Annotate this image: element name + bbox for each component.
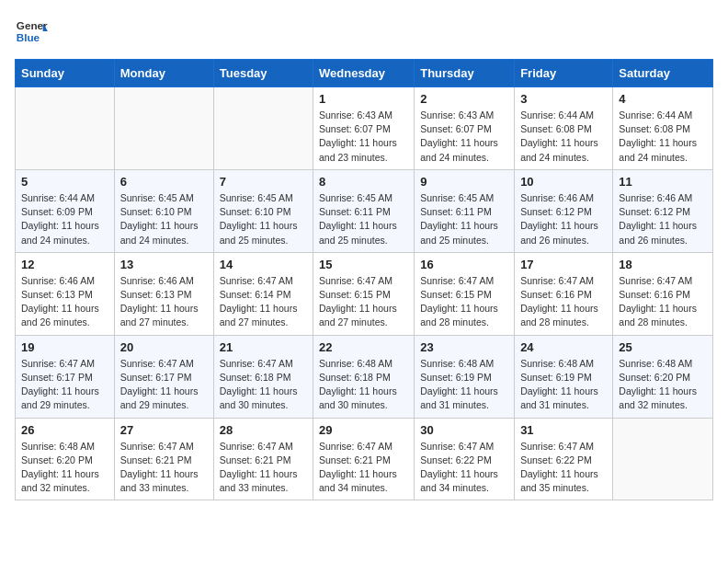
page-header: General Blue: [15, 15, 713, 48]
logo: General Blue: [15, 15, 48, 48]
weekday-header-tuesday: Tuesday: [213, 60, 313, 87]
day-number: 21: [220, 340, 307, 354]
day-number: 31: [520, 423, 607, 437]
calendar-week-2: 5Sunrise: 6:44 AMSunset: 6:09 PMDaylight…: [16, 169, 713, 252]
day-info: Sunrise: 6:44 AMSunset: 6:08 PMDaylight:…: [520, 109, 607, 165]
calendar-cell: 30Sunrise: 6:47 AMSunset: 6:22 PMDayligh…: [415, 418, 515, 500]
day-info: Sunrise: 6:45 AMSunset: 6:10 PMDaylight:…: [120, 191, 208, 247]
day-info: Sunrise: 6:44 AMSunset: 6:08 PMDaylight:…: [619, 109, 707, 165]
day-number: 18: [619, 258, 707, 271]
day-info: Sunrise: 6:46 AMSunset: 6:13 PMDaylight:…: [120, 274, 208, 330]
day-info: Sunrise: 6:47 AMSunset: 6:21 PMDaylight:…: [120, 440, 208, 496]
day-info: Sunrise: 6:45 AMSunset: 6:11 PMDaylight:…: [420, 191, 508, 247]
calendar-cell: 28Sunrise: 6:47 AMSunset: 6:21 PMDayligh…: [213, 418, 313, 500]
day-info: Sunrise: 6:48 AMSunset: 6:19 PMDaylight:…: [420, 357, 508, 413]
weekday-header-wednesday: Wednesday: [313, 60, 415, 87]
day-number: 8: [319, 175, 408, 189]
day-number: 2: [420, 92, 508, 106]
day-info: Sunrise: 6:47 AMSunset: 6:22 PMDaylight:…: [420, 440, 508, 496]
day-info: Sunrise: 6:47 AMSunset: 6:15 PMDaylight:…: [319, 274, 408, 330]
calendar-cell: 1Sunrise: 6:43 AMSunset: 6:07 PMDaylight…: [313, 87, 415, 170]
day-info: Sunrise: 6:46 AMSunset: 6:13 PMDaylight:…: [21, 274, 108, 330]
day-number: 6: [120, 175, 208, 189]
calendar-cell: 21Sunrise: 6:47 AMSunset: 6:18 PMDayligh…: [213, 335, 313, 418]
calendar-cell: 29Sunrise: 6:47 AMSunset: 6:21 PMDayligh…: [313, 418, 415, 500]
day-number: 15: [319, 258, 408, 271]
calendar-cell: 26Sunrise: 6:48 AMSunset: 6:20 PMDayligh…: [16, 418, 115, 500]
calendar-cell: 24Sunrise: 6:48 AMSunset: 6:19 PMDayligh…: [515, 335, 613, 418]
logo-icon: General Blue: [15, 15, 48, 48]
day-number: 13: [120, 258, 208, 271]
day-number: 22: [319, 340, 408, 354]
calendar-cell: 19Sunrise: 6:47 AMSunset: 6:17 PMDayligh…: [16, 335, 115, 418]
day-info: Sunrise: 6:43 AMSunset: 6:07 PMDaylight:…: [420, 109, 508, 165]
calendar-cell: [613, 418, 713, 500]
day-number: 28: [220, 423, 307, 437]
day-number: 25: [619, 340, 707, 354]
day-info: Sunrise: 6:45 AMSunset: 6:11 PMDaylight:…: [319, 191, 408, 247]
day-number: 5: [21, 175, 108, 189]
calendar-cell: 17Sunrise: 6:47 AMSunset: 6:16 PMDayligh…: [515, 252, 613, 335]
day-number: 9: [420, 175, 508, 189]
calendar-week-3: 12Sunrise: 6:46 AMSunset: 6:13 PMDayligh…: [16, 252, 713, 335]
calendar-week-1: 1Sunrise: 6:43 AMSunset: 6:07 PMDaylight…: [16, 87, 713, 170]
calendar-cell: 4Sunrise: 6:44 AMSunset: 6:08 PMDaylight…: [613, 87, 713, 170]
calendar-table: SundayMondayTuesdayWednesdayThursdayFrid…: [15, 59, 713, 500]
day-info: Sunrise: 6:46 AMSunset: 6:12 PMDaylight:…: [520, 191, 607, 247]
day-number: 4: [619, 92, 707, 106]
calendar-cell: 9Sunrise: 6:45 AMSunset: 6:11 PMDaylight…: [415, 169, 515, 252]
calendar-cell: 12Sunrise: 6:46 AMSunset: 6:13 PMDayligh…: [16, 252, 115, 335]
day-info: Sunrise: 6:47 AMSunset: 6:15 PMDaylight:…: [420, 274, 508, 330]
calendar-cell: 3Sunrise: 6:44 AMSunset: 6:08 PMDaylight…: [515, 87, 613, 170]
day-info: Sunrise: 6:47 AMSunset: 6:14 PMDaylight:…: [220, 274, 307, 330]
weekday-header-saturday: Saturday: [613, 60, 713, 87]
day-info: Sunrise: 6:48 AMSunset: 6:20 PMDaylight:…: [619, 357, 707, 413]
weekday-header-monday: Monday: [114, 60, 213, 87]
day-info: Sunrise: 6:47 AMSunset: 6:18 PMDaylight:…: [220, 357, 307, 413]
calendar-cell: 22Sunrise: 6:48 AMSunset: 6:18 PMDayligh…: [313, 335, 415, 418]
calendar-week-4: 19Sunrise: 6:47 AMSunset: 6:17 PMDayligh…: [16, 335, 713, 418]
calendar-cell: 15Sunrise: 6:47 AMSunset: 6:15 PMDayligh…: [313, 252, 415, 335]
day-info: Sunrise: 6:47 AMSunset: 6:17 PMDaylight:…: [21, 357, 108, 413]
calendar-week-5: 26Sunrise: 6:48 AMSunset: 6:20 PMDayligh…: [16, 418, 713, 500]
calendar-cell: 5Sunrise: 6:44 AMSunset: 6:09 PMDaylight…: [16, 169, 115, 252]
calendar-cell: [16, 87, 115, 170]
calendar-cell: 18Sunrise: 6:47 AMSunset: 6:16 PMDayligh…: [613, 252, 713, 335]
day-number: 27: [120, 423, 208, 437]
day-info: Sunrise: 6:44 AMSunset: 6:09 PMDaylight:…: [21, 191, 108, 247]
weekday-header-thursday: Thursday: [415, 60, 515, 87]
day-number: 11: [619, 175, 707, 189]
day-number: 16: [420, 258, 508, 271]
calendar-cell: 23Sunrise: 6:48 AMSunset: 6:19 PMDayligh…: [415, 335, 515, 418]
calendar-cell: [213, 87, 313, 170]
calendar-cell: 20Sunrise: 6:47 AMSunset: 6:17 PMDayligh…: [114, 335, 213, 418]
day-number: 30: [420, 423, 508, 437]
calendar-cell: 11Sunrise: 6:46 AMSunset: 6:12 PMDayligh…: [613, 169, 713, 252]
day-number: 3: [520, 92, 607, 106]
calendar-cell: 31Sunrise: 6:47 AMSunset: 6:22 PMDayligh…: [515, 418, 613, 500]
svg-text:Blue: Blue: [17, 31, 40, 43]
day-info: Sunrise: 6:45 AMSunset: 6:10 PMDaylight:…: [220, 191, 307, 247]
calendar-cell: 2Sunrise: 6:43 AMSunset: 6:07 PMDaylight…: [415, 87, 515, 170]
weekday-header-friday: Friday: [515, 60, 613, 87]
day-info: Sunrise: 6:43 AMSunset: 6:07 PMDaylight:…: [319, 109, 408, 165]
calendar-cell: 25Sunrise: 6:48 AMSunset: 6:20 PMDayligh…: [613, 335, 713, 418]
day-info: Sunrise: 6:47 AMSunset: 6:21 PMDaylight:…: [319, 440, 408, 496]
day-info: Sunrise: 6:48 AMSunset: 6:18 PMDaylight:…: [319, 357, 408, 413]
day-info: Sunrise: 6:47 AMSunset: 6:16 PMDaylight:…: [619, 274, 707, 330]
day-number: 7: [220, 175, 307, 189]
calendar-cell: [114, 87, 213, 170]
weekday-header-row: SundayMondayTuesdayWednesdayThursdayFrid…: [16, 60, 713, 87]
calendar-cell: 10Sunrise: 6:46 AMSunset: 6:12 PMDayligh…: [515, 169, 613, 252]
calendar-cell: 14Sunrise: 6:47 AMSunset: 6:14 PMDayligh…: [213, 252, 313, 335]
day-info: Sunrise: 6:48 AMSunset: 6:20 PMDaylight:…: [21, 440, 108, 496]
calendar-cell: 8Sunrise: 6:45 AMSunset: 6:11 PMDaylight…: [313, 169, 415, 252]
day-number: 10: [520, 175, 607, 189]
day-number: 29: [319, 423, 408, 437]
weekday-header-sunday: Sunday: [16, 60, 115, 87]
day-number: 24: [520, 340, 607, 354]
day-number: 14: [220, 258, 307, 271]
day-info: Sunrise: 6:47 AMSunset: 6:16 PMDaylight:…: [520, 274, 607, 330]
day-number: 12: [21, 258, 108, 271]
calendar-cell: 7Sunrise: 6:45 AMSunset: 6:10 PMDaylight…: [213, 169, 313, 252]
